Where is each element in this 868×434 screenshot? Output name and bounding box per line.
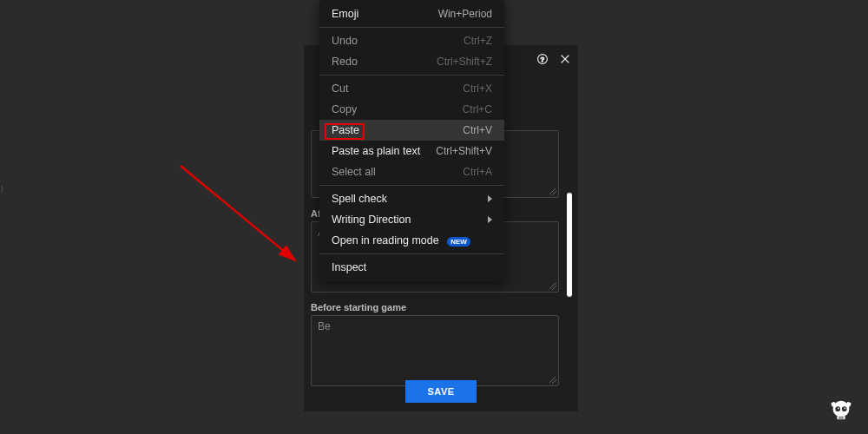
- new-badge: NEW: [447, 237, 470, 247]
- ctx-redo[interactable]: Redo Ctrl+Shift+Z: [319, 51, 504, 72]
- svg-point-7: [842, 406, 847, 411]
- chevron-right-icon: [488, 195, 492, 202]
- ctx-label: Copy: [332, 103, 357, 115]
- dialog-header: ?: [536, 52, 572, 66]
- ctx-select-all[interactable]: Select all Ctrl+A: [319, 161, 504, 182]
- svg-line-4: [181, 166, 295, 260]
- ctx-shortcut: Ctrl+Z: [464, 35, 492, 47]
- ctx-label: Redo: [332, 56, 358, 68]
- ctx-separator: [319, 253, 504, 254]
- ctx-shortcut: Ctrl+Shift+V: [436, 145, 492, 157]
- ctx-paste-plain[interactable]: Paste as plain text Ctrl+Shift+V: [319, 141, 504, 161]
- ctx-label: Paste: [332, 124, 359, 136]
- textarea-before-starting[interactable]: Be: [311, 315, 559, 386]
- svg-point-8: [838, 408, 839, 410]
- context-menu: Emoji Win+Period Undo Ctrl+Z Redo Ctrl+S…: [319, 0, 504, 281]
- help-icon[interactable]: ?: [536, 52, 549, 66]
- ctx-label: Inspect: [332, 261, 366, 273]
- ctx-inspect[interactable]: Inspect: [319, 257, 504, 278]
- mascot-icon[interactable]: [828, 398, 854, 424]
- ctx-shortcut: Ctrl+C: [463, 103, 492, 115]
- ctx-label: Emoji: [332, 8, 358, 20]
- svg-point-9: [844, 408, 845, 410]
- ctx-label: Writing Direction: [332, 214, 411, 226]
- scrollbar-thumb[interactable]: [567, 193, 572, 297]
- ctx-shortcut: Ctrl+A: [463, 166, 492, 178]
- ctx-emoji[interactable]: Emoji Win+Period: [319, 3, 504, 24]
- ctx-shortcut: Ctrl+X: [463, 82, 492, 95]
- ctx-cut[interactable]: Cut Ctrl+X: [319, 78, 504, 99]
- ctx-separator: [319, 27, 504, 28]
- ctx-label: Open in reading mode NEW: [332, 234, 470, 247]
- svg-text:?: ?: [541, 56, 545, 63]
- ctx-paste[interactable]: Paste Ctrl+V: [319, 120, 504, 141]
- chevron-right-icon: [488, 216, 492, 223]
- label-before-starting: Before starting game: [311, 302, 406, 312]
- ctx-shortcut: Ctrl+Shift+Z: [437, 56, 492, 68]
- ctx-shortcut: Win+Period: [438, 8, 492, 20]
- ctx-writing-direction[interactable]: Writing Direction: [319, 209, 504, 230]
- save-button[interactable]: SAVE: [405, 380, 477, 403]
- ctx-label: Cut: [332, 82, 348, 95]
- close-icon[interactable]: [558, 52, 572, 66]
- ctx-label: Paste as plain text: [332, 145, 420, 157]
- svg-point-6: [835, 406, 840, 411]
- ctx-spell-check[interactable]: Spell check: [319, 188, 504, 209]
- ctx-undo[interactable]: Undo Ctrl+Z: [319, 30, 504, 51]
- decorative-artifact: ): [1, 184, 6, 189]
- ctx-label: Undo: [332, 35, 358, 47]
- ctx-shortcut: Ctrl+V: [463, 124, 492, 136]
- ctx-reading-mode[interactable]: Open in reading mode NEW: [319, 230, 504, 251]
- ctx-label: Spell check: [332, 193, 387, 205]
- ctx-separator: [319, 75, 504, 76]
- ctx-label: Select all: [332, 166, 376, 178]
- ctx-copy[interactable]: Copy Ctrl+C: [319, 99, 504, 120]
- ctx-separator: [319, 185, 504, 186]
